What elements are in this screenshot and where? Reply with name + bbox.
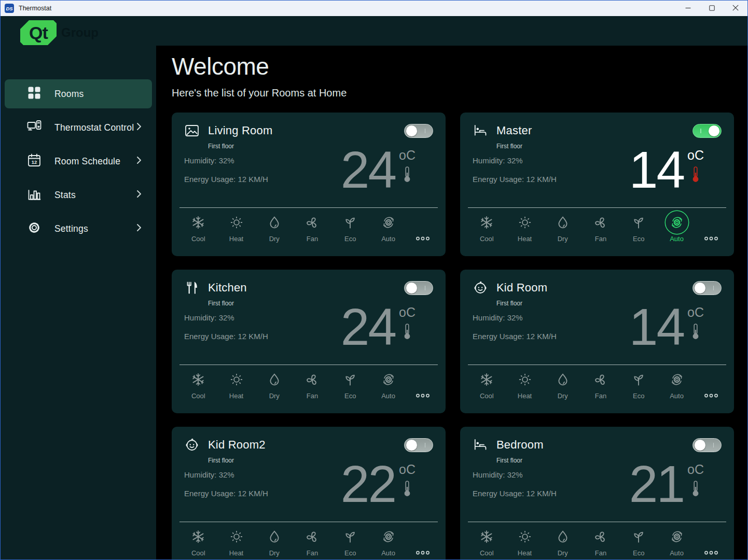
mode-label: Cool: [191, 235, 205, 243]
mode-button[interactable]: Fan: [296, 211, 329, 243]
power-toggle[interactable]: [692, 438, 722, 452]
chevron-right-icon: [134, 222, 144, 235]
mode-button[interactable]: Auto: [660, 368, 694, 400]
mode-button[interactable]: Cool: [470, 211, 503, 243]
mode-label: Auto: [381, 392, 395, 400]
room-card[interactable]: Master First floor Humidity: 32% Energy …: [460, 113, 734, 256]
mode-button[interactable]: Dry: [546, 368, 579, 400]
more-options-button[interactable]: [410, 211, 436, 243]
mode-label: Dry: [558, 235, 568, 243]
mode-label: Eco: [344, 392, 356, 400]
mode-button[interactable]: Eco: [334, 211, 367, 243]
mode-button[interactable]: Heat: [220, 525, 253, 557]
mode-button[interactable]: Auto: [660, 211, 694, 243]
sidebar-item-thermostat-control[interactable]: Thermostat Control: [5, 113, 152, 142]
mode-button[interactable]: Eco: [622, 525, 655, 557]
room-card[interactable]: Kid Room First floor Humidity: 32% Energ…: [460, 270, 734, 413]
thermometer-icon: [403, 166, 411, 183]
card-divider: [468, 207, 726, 208]
mode-label: Dry: [269, 235, 280, 243]
mode-button[interactable]: Dry: [546, 211, 579, 243]
toggle-knob: [406, 125, 417, 136]
thermometer-icon: [691, 480, 700, 497]
more-options-button[interactable]: [410, 368, 436, 400]
mode-button[interactable]: Eco: [334, 368, 367, 400]
mode-button[interactable]: Cool: [182, 368, 215, 400]
minimize-button[interactable]: [676, 1, 700, 16]
card-divider: [179, 365, 438, 365]
sidebar-item-room-schedule[interactable]: 12 Room Schedule: [5, 147, 152, 176]
more-options-button[interactable]: [410, 525, 436, 557]
mode-button[interactable]: Dry: [546, 525, 579, 557]
mode-button[interactable]: Auto: [372, 525, 405, 557]
power-toggle[interactable]: [404, 281, 433, 295]
app-window: DS Thermostat Qt Group: [0, 0, 748, 560]
room-name: Kid Room2: [208, 438, 266, 452]
mode-button[interactable]: Heat: [220, 368, 253, 400]
mode-button[interactable]: Auto: [372, 368, 405, 400]
mode-button[interactable]: Cool: [182, 525, 215, 557]
mode-button[interactable]: Auto: [372, 211, 405, 243]
mode-label: Dry: [558, 549, 568, 557]
fan-icon: [301, 368, 324, 391]
mode-label: Auto: [381, 549, 395, 557]
mode-label: Fan: [595, 235, 606, 243]
mode-button[interactable]: Eco: [622, 368, 655, 400]
room-info: Humidity: 32% Energy Usage: 12 KM/H: [184, 470, 268, 498]
mode-button[interactable]: Fan: [296, 525, 329, 557]
room-name: Master: [496, 124, 532, 137]
drop-icon: [263, 368, 286, 391]
mode-button[interactable]: Eco: [334, 525, 367, 557]
mode-button[interactable]: Heat: [508, 368, 542, 400]
mode-label: Auto: [670, 235, 684, 243]
room-card-header: Bedroom: [460, 427, 734, 453]
more-options-button[interactable]: [698, 368, 724, 400]
mode-button[interactable]: Dry: [258, 525, 291, 557]
room-card[interactable]: Living Room First floor Humidity: 32% En…: [172, 113, 446, 256]
power-toggle[interactable]: [404, 124, 433, 138]
room-name: Living Room: [208, 124, 272, 137]
mode-button[interactable]: Heat: [220, 211, 253, 243]
more-options-button[interactable]: [698, 211, 724, 243]
sidebar-item-settings[interactable]: Settings: [5, 214, 152, 243]
mode-button[interactable]: Fan: [584, 368, 617, 400]
thermostat-control-icon: [26, 119, 42, 136]
auto-icon: [666, 525, 688, 548]
mode-button[interactable]: Cool: [470, 368, 503, 400]
power-toggle[interactable]: [692, 124, 722, 138]
mode-button[interactable]: Fan: [296, 368, 329, 400]
close-button[interactable]: [724, 1, 747, 16]
mode-label: Fan: [307, 549, 318, 557]
room-card[interactable]: Kid Room2 First floor Humidity: 32% Ener…: [172, 427, 446, 560]
room-card[interactable]: Kitchen First floor Humidity: 32% Energy…: [172, 270, 446, 413]
room-card[interactable]: Bedroom First floor Humidity: 32% Energy…: [460, 427, 734, 560]
mode-label: Heat: [229, 549, 243, 557]
mode-button[interactable]: Cool: [182, 211, 215, 243]
power-toggle[interactable]: [404, 438, 433, 452]
close-icon: [732, 4, 739, 13]
sidebar-item-rooms[interactable]: Rooms: [5, 79, 152, 108]
drop-icon: [263, 525, 286, 548]
mode-label: Heat: [229, 235, 243, 243]
sun-icon: [514, 211, 536, 234]
mode-button[interactable]: Auto: [660, 525, 694, 557]
sidebar-item-stats[interactable]: Stats: [5, 180, 152, 209]
more-dots-icon: [415, 368, 430, 400]
maximize-button[interactable]: [700, 1, 724, 16]
more-options-button[interactable]: [698, 525, 724, 557]
drop-icon: [263, 211, 286, 234]
temperature-value: 22: [341, 457, 395, 511]
mode-button[interactable]: Fan: [584, 211, 617, 243]
power-toggle[interactable]: [692, 281, 722, 295]
humidity-value: Humidity: 32%: [184, 470, 268, 479]
window-controls: [676, 1, 747, 16]
mode-button[interactable]: Dry: [258, 211, 291, 243]
mode-button[interactable]: Eco: [622, 211, 655, 243]
mode-button[interactable]: Heat: [508, 211, 542, 243]
temperature-display: 14 oC: [629, 143, 704, 197]
mode-button[interactable]: Heat: [508, 525, 542, 557]
mode-button[interactable]: Dry: [258, 368, 291, 400]
svg-text:12: 12: [32, 159, 37, 165]
mode-button[interactable]: Fan: [584, 525, 617, 557]
mode-button[interactable]: Cool: [470, 525, 503, 557]
